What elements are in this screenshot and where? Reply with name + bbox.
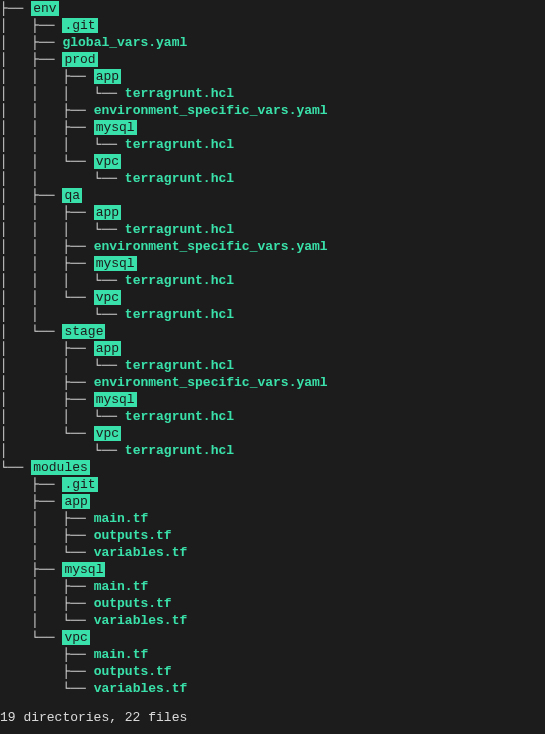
tree-connector: │ │ ├── <box>0 239 94 254</box>
tree-connector: │ ├── <box>0 579 94 594</box>
tree-row: ├── .git <box>0 476 545 493</box>
tree-row: │ ├── main.tf <box>0 578 545 595</box>
folder-icon: prod <box>62 52 97 67</box>
file-label: terragrunt.hcl <box>125 86 234 101</box>
tree-connector: │ │ ├── <box>0 120 94 135</box>
tree-row: │ ├── app <box>0 340 545 357</box>
tree-connector: └── <box>0 630 62 645</box>
folder-icon: .git <box>62 477 97 492</box>
file-label: terragrunt.hcl <box>125 222 234 237</box>
tree-row: │ │ ├── environment_specific_vars.yaml <box>0 238 545 255</box>
file-label: main.tf <box>94 579 149 594</box>
tree-connector: │ ├── <box>0 511 94 526</box>
file-label: variables.tf <box>94 545 188 560</box>
tree-connector: │ ├── <box>0 392 94 407</box>
tree-row: │ ├── mysql <box>0 391 545 408</box>
folder-icon: app <box>94 205 121 220</box>
tree-row: └── vpc <box>0 629 545 646</box>
tree-connector: │ ├── <box>0 188 62 203</box>
tree-connector: │ └── <box>0 443 125 458</box>
folder-icon: modules <box>31 460 90 475</box>
tree-connector: │ │ └── <box>0 171 125 186</box>
tree-connector: │ │ └── <box>0 409 125 424</box>
tree-row: │ ├── prod <box>0 51 545 68</box>
tree-connector: │ │ └── <box>0 307 125 322</box>
tree-connector: │ │ ├── <box>0 69 94 84</box>
tree-row: │ └── variables.tf <box>0 544 545 561</box>
tree-connector: │ │ │ └── <box>0 137 125 152</box>
tree-row: │ ├── outputs.tf <box>0 595 545 612</box>
tree-row: │ │ └── terragrunt.hcl <box>0 306 545 323</box>
tree-row: │ │ ├── app <box>0 204 545 221</box>
tree-row: │ └── variables.tf <box>0 612 545 629</box>
tree-row: │ ├── environment_specific_vars.yaml <box>0 374 545 391</box>
tree-row: ├── outputs.tf <box>0 663 545 680</box>
folder-icon: mysql <box>94 256 137 271</box>
tree-row: │ ├── global_vars.yaml <box>0 34 545 51</box>
tree-connector: ├── <box>0 1 31 16</box>
tree-row: ├── app <box>0 493 545 510</box>
tree-connector: └── <box>0 460 31 475</box>
file-label: environment_specific_vars.yaml <box>94 375 328 390</box>
tree-connector: └── <box>0 681 94 696</box>
file-label: variables.tf <box>94 613 188 628</box>
file-label: environment_specific_vars.yaml <box>94 103 328 118</box>
tree-row: │ │ │ └── terragrunt.hcl <box>0 136 545 153</box>
folder-icon: app <box>94 69 121 84</box>
file-label: outputs.tf <box>94 528 172 543</box>
file-label: terragrunt.hcl <box>125 409 234 424</box>
tree-summary: 19 directories, 22 files <box>0 709 545 726</box>
file-label: main.tf <box>94 647 149 662</box>
tree-connector: ├── <box>0 477 62 492</box>
tree-connector: │ ├── <box>0 528 94 543</box>
file-label: terragrunt.hcl <box>125 171 234 186</box>
tree-connector: │ │ │ └── <box>0 222 125 237</box>
folder-icon: vpc <box>94 154 121 169</box>
tree-connector: │ │ └── <box>0 358 125 373</box>
tree-connector: │ │ └── <box>0 154 94 169</box>
file-label: terragrunt.hcl <box>125 443 234 458</box>
tree-row: │ ├── qa <box>0 187 545 204</box>
file-label: global_vars.yaml <box>62 35 187 50</box>
tree-row: │ │ └── terragrunt.hcl <box>0 357 545 374</box>
tree-row: │ │ └── terragrunt.hcl <box>0 170 545 187</box>
tree-connector: │ │ │ └── <box>0 273 125 288</box>
tree-row: │ ├── .git <box>0 17 545 34</box>
tree-row: │ └── terragrunt.hcl <box>0 442 545 459</box>
tree-connector: │ └── <box>0 426 94 441</box>
tree-row: │ │ ├── app <box>0 68 545 85</box>
tree-row: │ │ │ └── terragrunt.hcl <box>0 221 545 238</box>
tree-row: │ │ └── vpc <box>0 289 545 306</box>
tree-connector: ├── <box>0 647 94 662</box>
file-label: terragrunt.hcl <box>125 273 234 288</box>
tree-connector: │ ├── <box>0 341 94 356</box>
tree-connector: │ ├── <box>0 596 94 611</box>
folder-icon: app <box>62 494 89 509</box>
folder-icon: vpc <box>94 290 121 305</box>
folder-icon: mysql <box>62 562 105 577</box>
tree-row: │ │ │ └── terragrunt.hcl <box>0 272 545 289</box>
file-label: environment_specific_vars.yaml <box>94 239 328 254</box>
directory-tree: ├── env│ ├── .git│ ├── global_vars.yaml│… <box>0 0 545 697</box>
tree-row: │ ├── main.tf <box>0 510 545 527</box>
file-label: main.tf <box>94 511 149 526</box>
tree-connector: │ └── <box>0 613 94 628</box>
tree-connector: │ │ ├── <box>0 205 94 220</box>
tree-connector: │ │ ├── <box>0 256 94 271</box>
tree-connector: │ ├── <box>0 375 94 390</box>
tree-connector: │ │ │ └── <box>0 86 125 101</box>
tree-connector: │ │ ├── <box>0 103 94 118</box>
tree-row: │ └── vpc <box>0 425 545 442</box>
file-label: outputs.tf <box>94 664 172 679</box>
tree-connector: │ └── <box>0 545 94 560</box>
folder-icon: mysql <box>94 392 137 407</box>
folder-icon: mysql <box>94 120 137 135</box>
tree-connector: ├── <box>0 562 62 577</box>
tree-row: │ │ └── terragrunt.hcl <box>0 408 545 425</box>
tree-row: │ │ ├── mysql <box>0 119 545 136</box>
file-label: terragrunt.hcl <box>125 307 234 322</box>
tree-row: ├── main.tf <box>0 646 545 663</box>
tree-row: │ │ ├── mysql <box>0 255 545 272</box>
file-label: outputs.tf <box>94 596 172 611</box>
tree-row: │ ├── outputs.tf <box>0 527 545 544</box>
